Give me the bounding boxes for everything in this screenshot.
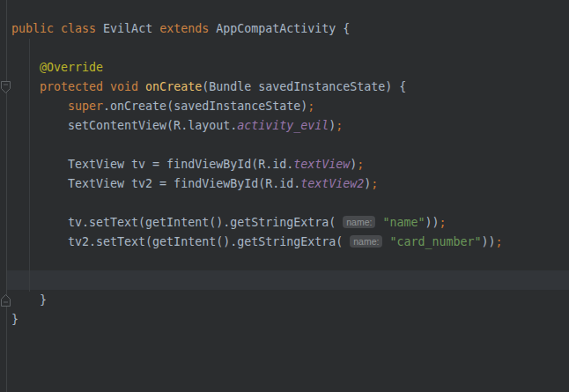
- code-segment: ;: [307, 100, 314, 113]
- code-segment: super: [11, 100, 103, 113]
- code-segment: }: [11, 313, 18, 326]
- code-segment: (Bundle savedInstanceState) {: [202, 80, 406, 93]
- parameter-hint-badge[interactable]: name:: [350, 235, 382, 248]
- code-segment: "card_number": [389, 235, 481, 248]
- code-line[interactable]: [0, 252, 569, 271]
- code-line[interactable]: [0, 39, 569, 58]
- code-line[interactable]: [0, 136, 569, 155]
- code-segment: protected void: [11, 80, 145, 93]
- code-line[interactable]: protected void onCreate(Bundle savedInst…: [0, 78, 569, 97]
- code-segment: @Override: [11, 61, 103, 74]
- code-line[interactable]: [0, 271, 569, 291]
- code-editor[interactable]: public class EvilAct extends AppCompatAc…: [0, 0, 569, 392]
- code-segment: "name": [382, 216, 425, 229]
- code-segment: class: [61, 22, 96, 35]
- code-line[interactable]: super.onCreate(savedInstanceState);: [0, 97, 569, 116]
- code-segment: tv.setText(getIntent().getStringExtra(: [11, 216, 343, 229]
- code-segment: textView: [293, 158, 350, 171]
- code-line[interactable]: @Override: [0, 58, 569, 78]
- code-segment: )): [482, 235, 496, 248]
- code-segment: ;: [357, 158, 364, 171]
- code-segment: textView2: [300, 177, 364, 190]
- code-segment: TextView tv2 = findViewById(R.id.: [11, 177, 300, 190]
- code-line[interactable]: tv.setText(getIntent().getStringExtra( n…: [0, 213, 569, 233]
- code-segment: )): [425, 216, 440, 229]
- code-segment: TextView tv = findViewById(R.id.: [11, 158, 293, 171]
- code-segment: [54, 22, 61, 35]
- code-segment: public: [11, 22, 54, 35]
- code-line[interactable]: }: [0, 310, 569, 329]
- code-segment: ;: [440, 216, 447, 229]
- parameter-hint-badge[interactable]: name:: [343, 216, 375, 228]
- code-segment: setContentView(R.layout.: [11, 119, 237, 132]
- code-segment: ;: [496, 235, 503, 248]
- code-segment: EvilAct: [96, 22, 159, 35]
- code-segment: .onCreate(savedInstanceState): [103, 100, 307, 113]
- code-line[interactable]: TextView tv = findViewById(R.id.textView…: [0, 155, 569, 174]
- code-line[interactable]: TextView tv2 = findViewById(R.id.textVie…: [0, 174, 569, 194]
- code-segment: ;: [336, 119, 343, 132]
- code-line[interactable]: setContentView(R.layout.activity_evil);: [0, 116, 569, 136]
- code-segment: onCreate: [145, 80, 202, 93]
- code-segment: AppCompatActivity {: [209, 22, 350, 35]
- code-segment: }: [11, 293, 47, 307]
- code-segment: activity_evil: [237, 119, 329, 132]
- code-segment: tv2.setText(getIntent().getStringExtra(: [11, 235, 350, 248]
- code-segment: extends: [159, 22, 209, 35]
- code-lines: public class EvilAct extends AppCompatAc…: [0, 19, 569, 329]
- code-line[interactable]: tv2.setText(getIntent().getStringExtra( …: [0, 233, 569, 252]
- code-line[interactable]: [0, 194, 569, 213]
- code-line[interactable]: public class EvilAct extends AppCompatAc…: [0, 19, 569, 39]
- code-line[interactable]: }: [0, 291, 569, 310]
- code-segment: ;: [371, 177, 378, 190]
